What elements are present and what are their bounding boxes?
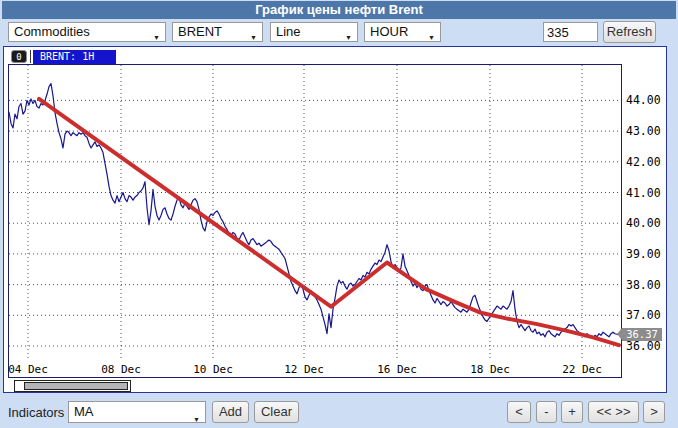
indicator-select[interactable]: MA ▼ — [68, 401, 206, 423]
add-indicator-button[interactable]: Add — [212, 401, 249, 423]
step-forward-button[interactable]: > — [643, 401, 665, 423]
indicator-select-value: MA — [74, 404, 94, 419]
price-chart-svg — [9, 65, 621, 361]
x-axis-label: 08 Dec — [91, 363, 151, 376]
y-axis-label: 38.00 — [626, 278, 670, 292]
step-back-button[interactable]: < — [507, 401, 531, 423]
chart-scrollbar-track[interactable] — [14, 380, 131, 392]
page-title: График цены нефти Brent — [2, 1, 676, 19]
page-jump-button[interactable]: << >> — [588, 401, 639, 423]
y-axis-label: 41.00 — [626, 186, 670, 200]
chart-scrollbar-thumb[interactable] — [24, 382, 128, 390]
refresh-button[interactable]: Refresh — [603, 21, 656, 43]
chevron-down-icon: ▼ — [153, 29, 160, 42]
zoom-in-button[interactable]: + — [561, 401, 583, 423]
chevron-down-icon: ▼ — [428, 29, 435, 42]
clear-indicators-button[interactable]: Clear — [254, 401, 299, 423]
x-axis-label: 22 Dec — [552, 363, 612, 376]
x-axis-strip: 04 Dec08 Dec10 Dec12 Dec16 Dec18 Dec22 D… — [8, 361, 622, 378]
y-axis-label: 40.00 — [626, 216, 670, 230]
zoom-out-button[interactable]: - — [536, 401, 557, 423]
category-select-value: Commodities — [14, 24, 90, 39]
tab-separator — [30, 50, 31, 63]
chart-panel: 0 BRENT: 1H 04 Dec08 Dec10 Dec12 Dec16 D… — [3, 46, 667, 393]
timeframe-select-value: HOUR — [370, 24, 408, 39]
series-brent-hourly-price — [9, 84, 618, 339]
chevron-down-icon: ▼ — [345, 29, 352, 42]
x-axis-label: 10 Dec — [183, 363, 243, 376]
symbol-select[interactable]: BRENT ▼ — [172, 22, 263, 42]
y-axis-label: 43.00 — [626, 124, 670, 138]
indicators-label: Indicators — [8, 405, 64, 420]
timeframe-select[interactable]: HOUR ▼ — [364, 22, 441, 42]
y-axis-label: 37.00 — [626, 308, 670, 322]
category-select[interactable]: Commodities ▼ — [8, 22, 166, 42]
chevron-down-icon: ▼ — [193, 410, 200, 423]
bars-count-input[interactable] — [543, 22, 598, 42]
x-axis-label: 18 Dec — [460, 363, 520, 376]
series-ma-moving-average — [39, 99, 619, 345]
series-toggle-button[interactable]: 0 — [11, 50, 27, 63]
chart-type-select-value: Line — [276, 24, 301, 39]
x-axis-label: 12 Dec — [274, 363, 334, 376]
last-price-badge: 36.37 — [622, 328, 662, 341]
y-axis-label: 42.00 — [626, 155, 670, 169]
tab-brent-1h[interactable]: BRENT: 1H — [33, 50, 116, 64]
chart-type-select[interactable]: Line ▼ — [270, 22, 358, 42]
chevron-down-icon: ▼ — [250, 29, 257, 42]
x-axis-label: 04 Dec — [0, 363, 58, 376]
plot-area[interactable] — [8, 64, 622, 362]
x-axis-label: 16 Dec — [367, 363, 427, 376]
symbol-select-value: BRENT — [178, 24, 222, 39]
chart-application: График цены нефти Brent Commodities ▼ BR… — [0, 0, 678, 428]
y-axis-label: 39.00 — [626, 247, 670, 261]
y-axis-label: 44.00 — [626, 93, 670, 107]
